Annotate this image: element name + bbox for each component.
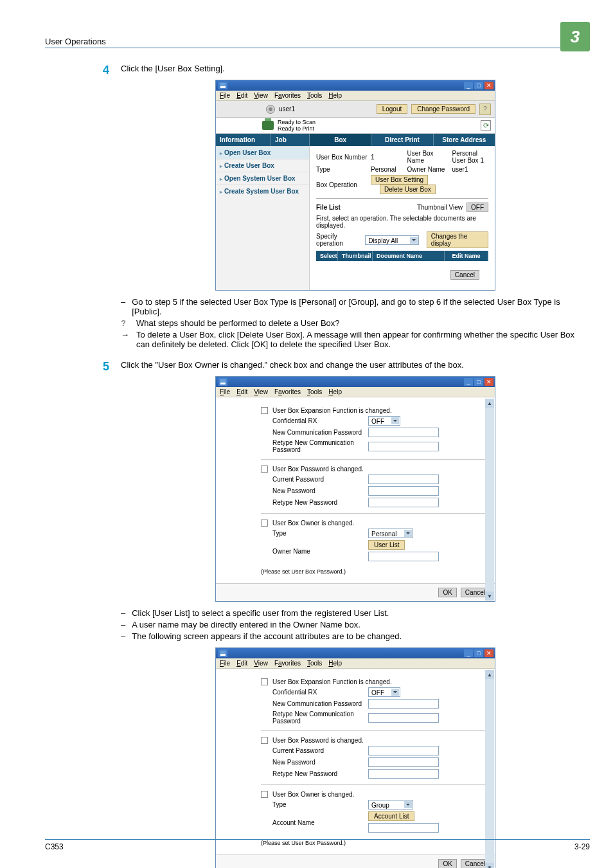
menu-tools[interactable]: Tools xyxy=(307,92,322,99)
owner-type-select[interactable]: Personal xyxy=(368,529,413,538)
menu-fav[interactable]: Favorites xyxy=(274,660,301,667)
menu-view[interactable]: View xyxy=(254,660,268,667)
maximize-icon[interactable]: □ xyxy=(474,649,483,657)
delete-user-box-button[interactable]: Delete User Box xyxy=(380,185,436,194)
printer-icon xyxy=(262,121,274,130)
retype-comm-pw-input[interactable] xyxy=(368,442,439,451)
conf-rx-select[interactable]: OFF xyxy=(368,416,400,426)
expansion-checkbox[interactable] xyxy=(261,407,268,414)
filelist-cancel-button[interactable]: Cancel xyxy=(450,270,479,280)
menu-help[interactable]: Help xyxy=(328,660,342,667)
new-comm-pw-input[interactable] xyxy=(368,699,439,709)
specify-op-select[interactable]: Display All xyxy=(365,235,419,245)
expansion-checkbox[interactable] xyxy=(261,678,268,685)
dialog-ok-button[interactable]: OK xyxy=(438,859,456,868)
thumb-view-label: Thumbnail View xyxy=(417,204,463,211)
minimize-icon[interactable]: _ xyxy=(464,649,473,657)
tab-store-address[interactable]: Store Address xyxy=(434,134,495,146)
sidebar-item-open-user-box[interactable]: Open User Box xyxy=(216,146,309,159)
menu-fav[interactable]: Favorites xyxy=(274,388,301,395)
specify-op-label: Specify operation xyxy=(316,233,361,247)
new-pw-input[interactable] xyxy=(368,757,439,767)
owner-name-input[interactable] xyxy=(368,552,439,561)
menu-help[interactable]: Help xyxy=(328,388,342,395)
sidebar-item-open-system-user-box[interactable]: Open System User Box xyxy=(216,172,309,185)
minimize-icon[interactable]: _ xyxy=(464,378,473,386)
boxpw-label: User Box Password is changed. xyxy=(272,737,490,744)
current-pw-input[interactable] xyxy=(368,475,439,484)
account-name-input[interactable] xyxy=(368,823,439,833)
menu-edit[interactable]: Edit xyxy=(236,92,247,99)
navcol-job[interactable]: Job xyxy=(271,134,310,146)
changes-display-button[interactable]: Changes the display xyxy=(427,231,488,248)
user-list-button[interactable]: User List xyxy=(368,540,405,550)
conf-rx-label: Confidential RX xyxy=(272,417,366,424)
refresh-icon[interactable]: ⟳ xyxy=(481,120,491,131)
menu-tools[interactable]: Tools xyxy=(307,388,322,395)
logout-button[interactable]: Logout xyxy=(377,104,408,114)
owner-checkbox[interactable] xyxy=(261,791,268,798)
menu-file[interactable]: File xyxy=(220,388,230,395)
expansion-label: User Box Expansion Function is changed. xyxy=(272,678,490,685)
close-icon[interactable]: ✕ xyxy=(484,82,493,89)
menu-file[interactable]: File xyxy=(220,92,230,99)
step4-bullet1: Go to step 5 if the selected User Box Ty… xyxy=(132,297,590,316)
owner-type-select[interactable]: Group xyxy=(368,800,413,809)
pw-note: (Please set User Box Password.) xyxy=(261,568,490,575)
menu-help[interactable]: Help xyxy=(328,92,342,99)
retype-pw-input[interactable] xyxy=(368,769,439,779)
new-pw-input[interactable] xyxy=(368,486,439,496)
minimize-icon[interactable]: _ xyxy=(464,82,473,89)
change-password-button[interactable]: Change Password xyxy=(411,104,475,114)
scroll-down-icon[interactable]: ▼ xyxy=(485,592,494,601)
file-table-header: Select Thumbnail Document Name Edit Name xyxy=(316,251,488,261)
new-comm-pw-input[interactable] xyxy=(368,428,439,437)
kv-ub-number-label: User Box Number xyxy=(316,154,371,161)
current-pw-label: Current Password xyxy=(272,476,366,483)
sidebar-item-create-system-user-box[interactable]: Create System User Box xyxy=(216,185,309,197)
page-icon xyxy=(218,649,227,657)
boxpw-checkbox[interactable] xyxy=(261,466,268,473)
filelist-hint: First, select an operation. The selectab… xyxy=(316,215,488,229)
menu-view[interactable]: View xyxy=(254,92,268,99)
scroll-down-icon[interactable]: ▼ xyxy=(485,863,494,868)
menu-tools[interactable]: Tools xyxy=(307,660,322,667)
menu-edit[interactable]: Edit xyxy=(236,388,247,395)
kv-ub-number-value: 1 xyxy=(371,154,407,161)
thumb-view-toggle[interactable]: OFF xyxy=(466,203,488,212)
scroll-up-icon[interactable]: ▲ xyxy=(485,399,494,408)
nav-tabs: Information Job Box Direct Print Store A… xyxy=(216,134,495,146)
menu-edit[interactable]: Edit xyxy=(236,660,247,667)
step4-question-row: ? What steps should be performed to dele… xyxy=(121,318,590,328)
footer-right: 3-29 xyxy=(574,842,590,851)
current-pw-input[interactable] xyxy=(368,746,439,755)
boxpw-checkbox[interactable] xyxy=(261,737,268,744)
maximize-icon[interactable]: □ xyxy=(474,82,483,89)
screenshot-dialog-personal: _ □ ✕ File Edit View Favorites Tools Hel… xyxy=(215,376,495,602)
help-icon[interactable]: ? xyxy=(479,104,491,115)
close-icon[interactable]: ✕ xyxy=(484,649,493,657)
step4-answer-row: → To delete a User Box, click [Delete Us… xyxy=(121,330,590,349)
scrollbar[interactable]: ▲ ▼ xyxy=(485,399,494,601)
menu-bar: File Edit View Favorites Tools Help xyxy=(216,658,495,669)
menu-fav[interactable]: Favorites xyxy=(274,92,301,99)
menu-view[interactable]: View xyxy=(254,388,268,395)
retype-pw-input[interactable] xyxy=(368,498,439,507)
dialog-ok-button[interactable]: OK xyxy=(438,588,456,597)
retype-comm-pw-input[interactable] xyxy=(368,713,439,723)
user-box-setting-button[interactable]: User Box Setting xyxy=(371,175,428,185)
conf-rx-select[interactable]: OFF xyxy=(368,687,400,697)
menu-bar: File Edit View Favorites Tools Help xyxy=(216,387,495,397)
scroll-up-icon[interactable]: ▲ xyxy=(485,670,494,679)
maximize-icon[interactable]: □ xyxy=(474,378,483,386)
menu-file[interactable]: File xyxy=(220,660,230,667)
sidebar-item-create-user-box[interactable]: Create User Box xyxy=(216,159,309,172)
tab-direct-print[interactable]: Direct Print xyxy=(371,134,433,146)
tab-box[interactable]: Box xyxy=(310,134,371,146)
scrollbar[interactable]: ▲ ▼ xyxy=(485,670,494,868)
sidebar: Open User Box Create User Box Open Syste… xyxy=(216,146,310,290)
owner-checkbox[interactable] xyxy=(261,520,268,527)
close-icon[interactable]: ✕ xyxy=(484,378,493,386)
account-list-button[interactable]: Account List xyxy=(368,811,414,821)
navcol-information[interactable]: Information xyxy=(216,134,271,146)
